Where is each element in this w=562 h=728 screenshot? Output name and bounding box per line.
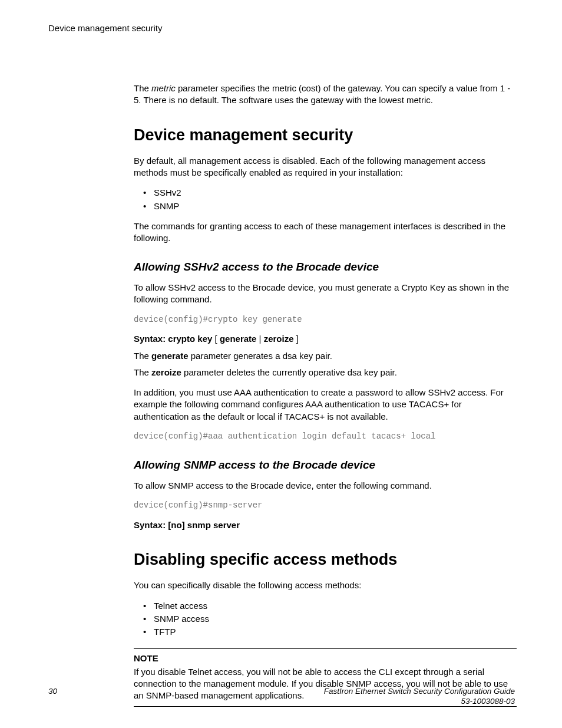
intro-paragraph: The metric parameter specifies the metri… [134,83,517,107]
footer-docnum: 53-1003088-03 [461,697,515,706]
param-metric: metric [151,83,176,93]
text: | [256,334,263,344]
term-zeroize: zeroize [151,367,181,377]
list-item: SSHv2 [134,187,517,199]
list-item: SNMP [134,200,517,212]
running-header: Device management security [48,22,162,34]
list-item: TFTP [134,626,517,638]
page-footer: 30 FastIron Ethernet Switch Security Con… [48,686,515,707]
paragraph: To allow SNMP access to the Brocade devi… [134,480,517,492]
heading-device-management-security: Device management security [134,124,517,146]
doc-title: FastIron Ethernet Switch Security Config… [324,686,515,707]
syntax-line: Syntax: [no] snmp server [134,519,517,531]
paragraph: The zeroize parameter deletes the curren… [134,367,517,378]
text: parameter specifies the metric (cost) of… [134,83,510,105]
code-snmp-server: device(config)#snmp-server [134,500,517,511]
heading-allowing-snmp: Allowing SNMP access to the Brocade devi… [134,457,517,473]
text: parameter deletes the currently operativ… [181,367,397,377]
paragraph: You can specifically disable the followi… [134,579,517,591]
code-crypto-key: device(config)#crypto key generate [134,314,517,325]
text: The [134,351,151,361]
access-methods-list: SSHv2 SNMP [134,187,517,212]
list-item: SNMP access [134,613,517,625]
paragraph: The generate parameter generates a dsa k… [134,350,517,362]
syntax-label: Syntax: crypto key [134,334,212,344]
main-content: The metric parameter specifies the metri… [134,83,517,707]
heading-allowing-sshv2: Allowing SSHv2 access to the Brocade dev… [134,259,517,275]
heading-disabling-access-methods: Disabling specific access methods [134,549,517,570]
page-number: 30 [48,686,57,697]
disable-methods-list: Telnet access SNMP access TFTP [134,600,517,638]
text: parameter generates a dsa key pair. [189,351,332,361]
text: [ [212,334,220,344]
syntax-line: Syntax: crypto key [ generate | zeroize … [134,333,517,345]
syntax-zeroize: zeroize [264,334,294,344]
paragraph: In addition, you must use AAA authentica… [134,387,517,423]
syntax-snmp: Syntax: [no] snmp server [134,520,240,530]
term-generate: generate [151,351,189,361]
note-label: NOTE [134,653,517,664]
paragraph: To allow SSHv2 access to the Brocade dev… [134,282,517,306]
list-item: Telnet access [134,600,517,612]
syntax-generate: generate [220,334,257,344]
text: The [134,83,151,93]
paragraph: By default, all management access is dis… [134,155,517,179]
footer-title: FastIron Ethernet Switch Security Config… [324,687,515,696]
code-aaa-auth: device(config)#aaa authentication login … [134,431,517,442]
text: The [134,367,151,377]
paragraph: The commands for granting access to each… [134,220,517,245]
text: ] [294,334,299,344]
